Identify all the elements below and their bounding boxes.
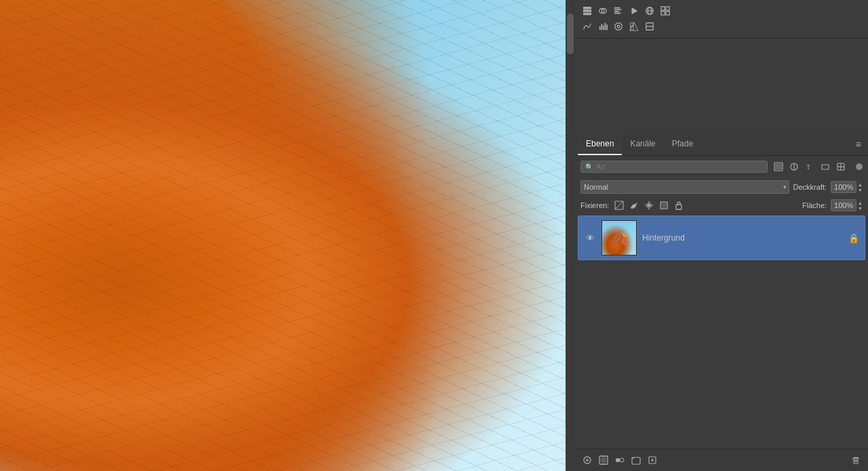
opacity-down-arrow[interactable]: ▼ bbox=[858, 188, 863, 192]
tab-kanaele[interactable]: Kanäle bbox=[622, 134, 663, 155]
svg-rect-57 bbox=[854, 458, 858, 464]
svg-rect-1 bbox=[583, 9, 591, 12]
fill-up-arrow[interactable]: ▲ bbox=[858, 201, 863, 205]
exposure-icon[interactable] bbox=[627, 20, 641, 33]
grid-icon[interactable] bbox=[658, 4, 672, 18]
canvas-area bbox=[0, 0, 575, 471]
layer-lock-icon[interactable]: 🔒 bbox=[848, 233, 859, 243]
fix-position-icon[interactable] bbox=[643, 199, 655, 211]
new-fill-layer-icon[interactable] bbox=[613, 453, 627, 467]
opacity-up-arrow[interactable]: ▲ bbox=[858, 182, 863, 187]
svg-rect-14 bbox=[666, 7, 669, 10]
canvas-background bbox=[0, 0, 575, 471]
filter-adjustment-icon[interactable] bbox=[787, 160, 801, 173]
canvas-scrollbar[interactable] bbox=[566, 0, 575, 471]
new-layer-icon[interactable] bbox=[646, 453, 659, 467]
svg-rect-13 bbox=[661, 7, 665, 10]
tab-ebenen[interactable]: Ebenen bbox=[578, 134, 622, 155]
fill-value[interactable]: 100% bbox=[831, 199, 856, 211]
channels-panel-icon[interactable] bbox=[596, 4, 610, 18]
layer-list: 👁 Hintergrund 🔒 bbox=[575, 214, 868, 449]
filter-smart-icon[interactable] bbox=[834, 160, 848, 173]
icon-row-1 bbox=[580, 4, 863, 18]
fixieren-row: Fixieren: Fläche: 100% ▲ ▼ bbox=[575, 197, 868, 214]
layer-thumbnail bbox=[601, 220, 637, 255]
filter-shape-icon[interactable] bbox=[818, 160, 832, 173]
layer-search-row: 🔍 T bbox=[575, 156, 868, 178]
filter-pixel-icon[interactable] bbox=[772, 160, 785, 173]
history-panel-icon[interactable] bbox=[612, 4, 625, 18]
layer-tabs: Ebenen Kanäle Pfade ≡ bbox=[575, 134, 868, 156]
fix-icons-group bbox=[613, 199, 685, 211]
levels-icon[interactable] bbox=[596, 20, 610, 33]
svg-point-22 bbox=[617, 25, 620, 28]
svg-rect-44 bbox=[662, 203, 666, 207]
top-icon-toolbar bbox=[575, 0, 868, 39]
fix-artboard-icon[interactable] bbox=[658, 199, 670, 211]
fix-pixel-icon[interactable] bbox=[613, 199, 625, 211]
opacity-value[interactable]: 100% bbox=[831, 181, 856, 193]
fix-paint-icon[interactable] bbox=[628, 199, 640, 211]
svg-rect-21 bbox=[606, 24, 608, 30]
scrollbar-thumb[interactable] bbox=[567, 14, 574, 54]
svg-rect-17 bbox=[599, 26, 601, 30]
tab-panel-menu-icon[interactable]: ≡ bbox=[852, 136, 865, 152]
search-icon: 🔍 bbox=[585, 163, 593, 171]
svg-rect-19 bbox=[603, 25, 604, 30]
svg-rect-18 bbox=[601, 24, 602, 30]
filter-icons: T bbox=[772, 160, 848, 173]
fill-arrows[interactable]: ▲ ▼ bbox=[858, 201, 863, 211]
svg-line-38 bbox=[615, 201, 623, 209]
svg-rect-0 bbox=[583, 7, 591, 9]
svg-rect-16 bbox=[666, 12, 669, 15]
delete-layer-icon[interactable] bbox=[849, 453, 863, 467]
add-style-icon[interactable] bbox=[580, 453, 594, 467]
opacity-label: Deckkraft: bbox=[793, 183, 827, 191]
svg-text:T: T bbox=[806, 163, 810, 171]
layers-panel-icon[interactable] bbox=[580, 4, 594, 18]
svg-point-50 bbox=[601, 457, 606, 463]
hue-saturation-icon[interactable] bbox=[612, 20, 625, 33]
svg-rect-29 bbox=[776, 164, 781, 169]
actions-panel-icon[interactable] bbox=[627, 4, 641, 18]
layer-thumb-image bbox=[602, 221, 636, 255]
tab-pfade[interactable]: Pfade bbox=[664, 134, 701, 155]
svg-marker-9 bbox=[632, 7, 638, 15]
opacity-arrows[interactable]: ▲ ▼ bbox=[858, 182, 863, 192]
layer-bottom-bar bbox=[575, 449, 868, 471]
fixieren-label: Fixieren: bbox=[580, 201, 609, 209]
layer-name: Hintergrund bbox=[642, 233, 843, 243]
svg-rect-6 bbox=[614, 9, 622, 10]
filter-type-icon[interactable]: T bbox=[803, 160, 816, 173]
svg-rect-15 bbox=[661, 12, 665, 15]
colorize-icon[interactable] bbox=[643, 20, 656, 33]
new-group-icon[interactable] bbox=[629, 453, 643, 467]
svg-rect-45 bbox=[676, 205, 682, 209]
icon-row-2 bbox=[580, 20, 863, 33]
fill-value-wrap: 100% ▲ ▼ bbox=[831, 199, 863, 211]
svg-rect-33 bbox=[822, 165, 829, 169]
fill-down-arrow[interactable]: ▼ bbox=[858, 206, 863, 211]
add-mask-icon[interactable] bbox=[597, 453, 610, 467]
svg-rect-2 bbox=[583, 13, 591, 16]
search-input[interactable] bbox=[596, 163, 763, 171]
layer-search-box[interactable]: 🔍 bbox=[580, 161, 768, 173]
blend-opacity-row: Normal Auflösen Abdunkeln Multiplizieren… bbox=[575, 178, 868, 197]
svg-rect-8 bbox=[614, 13, 621, 14]
fix-lock-icon[interactable] bbox=[673, 199, 685, 211]
globe-icon[interactable] bbox=[643, 4, 656, 18]
blend-mode-select-wrap[interactable]: Normal Auflösen Abdunkeln Multiplizieren bbox=[580, 180, 789, 194]
layer-item[interactable]: 👁 Hintergrund 🔒 bbox=[578, 216, 865, 260]
svg-point-52 bbox=[620, 458, 624, 462]
svg-point-51 bbox=[616, 458, 620, 462]
svg-rect-20 bbox=[605, 23, 606, 30]
opacity-value-wrap: 100% ▲ ▼ bbox=[831, 181, 863, 193]
blend-mode-select[interactable]: Normal Auflösen Abdunkeln Multiplizieren bbox=[580, 180, 789, 194]
fill-label: Fläche: bbox=[802, 201, 827, 209]
svg-rect-5 bbox=[614, 7, 620, 9]
properties-panel-empty bbox=[575, 39, 868, 134]
svg-rect-7 bbox=[614, 11, 619, 12]
curves-icon[interactable] bbox=[580, 20, 594, 33]
layer-visibility-icon[interactable]: 👁 bbox=[584, 232, 596, 244]
right-panel: Ebenen Kanäle Pfade ≡ 🔍 T bbox=[575, 0, 868, 471]
